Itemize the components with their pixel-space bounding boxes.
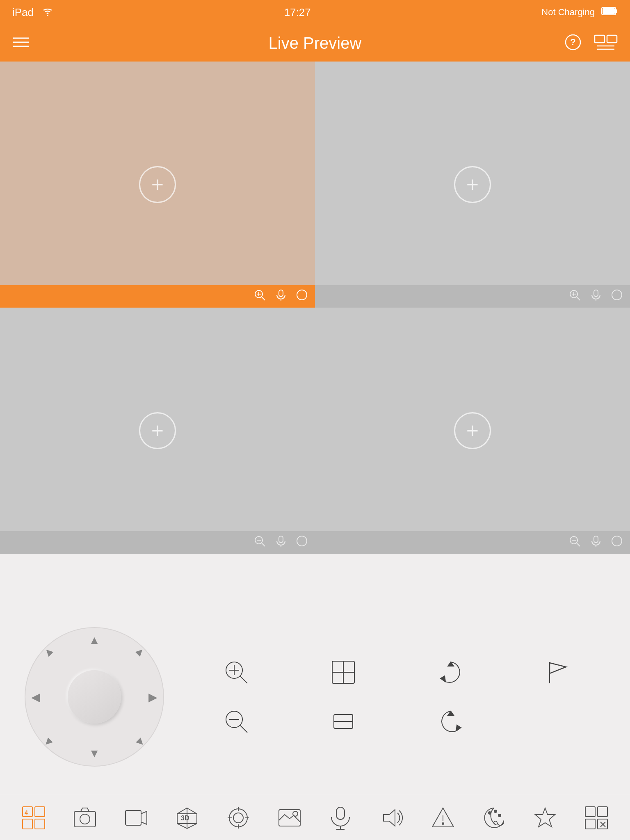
svg-point-68: [293, 811, 298, 816]
sound-button[interactable]: [375, 801, 408, 834]
focus-button[interactable]: [222, 801, 255, 834]
bottom-toolbar: 4 3D: [0, 795, 630, 840]
arrow-down[interactable]: ▼: [89, 747, 100, 760]
camera-toolbar-2: [315, 285, 630, 308]
video-button[interactable]: [120, 801, 153, 834]
battery-icon: [601, 7, 618, 18]
svg-point-73: [442, 823, 444, 824]
arrow-right[interactable]: ▶: [148, 690, 158, 704]
mic-icon-4[interactable]: [590, 535, 602, 550]
zoom-icon-4[interactable]: [568, 535, 581, 550]
svg-rect-30: [279, 536, 283, 543]
nav-left: [12, 36, 30, 50]
status-bar: iPad 17:27 Not Charging: [0, 0, 630, 25]
arrow-bottomright[interactable]: ▼: [132, 733, 149, 751]
alert-button[interactable]: [427, 801, 459, 834]
svg-rect-69: [336, 807, 345, 819]
zoom-icon-1[interactable]: [253, 289, 266, 304]
arrow-topleft[interactable]: ▲: [40, 643, 57, 660]
joystick-outer[interactable]: ▲ ▼ ◀ ▶ ▲ ▲ ▼ ▼: [25, 627, 164, 767]
grid-4-button[interactable]: 4: [17, 801, 50, 834]
svg-text:?: ?: [570, 37, 575, 47]
svg-point-0: [47, 15, 48, 16]
camera-button[interactable]: [68, 801, 101, 834]
add-camera-3[interactable]: +: [139, 412, 176, 449]
svg-rect-57: [74, 811, 96, 827]
camera-grid: +: [0, 62, 630, 554]
3d-button[interactable]: 3D: [171, 801, 203, 834]
camera-cell-2[interactable]: +: [315, 62, 630, 308]
svg-rect-17: [279, 290, 283, 297]
record-icon-3[interactable]: [296, 535, 308, 550]
microphone-button[interactable]: [324, 801, 357, 834]
svg-text:4: 4: [25, 809, 28, 816]
svg-text:3D: 3D: [181, 815, 189, 822]
camera-toolbar-1: [0, 285, 315, 308]
camera-cell-4[interactable]: +: [315, 308, 630, 554]
record-icon-1[interactable]: [296, 289, 308, 304]
add-camera-4[interactable]: +: [454, 412, 491, 449]
svg-line-21: [577, 297, 580, 300]
add-camera-2[interactable]: +: [454, 166, 491, 203]
star-button[interactable]: [529, 801, 562, 834]
svg-rect-24: [594, 290, 598, 297]
device-label: iPad: [12, 6, 34, 19]
svg-rect-36: [594, 536, 598, 543]
svg-line-28: [262, 543, 265, 546]
palette-button[interactable]: [477, 801, 510, 834]
reduce-screen-button[interactable]: [327, 705, 360, 738]
joystick-knob[interactable]: [68, 670, 121, 724]
nav-title: Live Preview: [269, 34, 362, 52]
control-icons: [189, 656, 605, 738]
svg-point-75: [494, 810, 497, 813]
record-icon-4[interactable]: [611, 535, 623, 550]
arrow-up[interactable]: ▲: [89, 634, 100, 647]
menu-icon[interactable]: [12, 36, 30, 50]
status-right: Not Charging: [541, 7, 618, 18]
camera-cell-1[interactable]: +: [0, 62, 315, 308]
svg-rect-53: [35, 807, 45, 817]
status-left: iPad: [12, 6, 53, 19]
battery-label: Not Charging: [541, 7, 595, 18]
mic-icon-2[interactable]: [590, 289, 602, 304]
svg-marker-77: [535, 808, 555, 827]
svg-point-74: [488, 812, 491, 814]
grid-remove-button[interactable]: [580, 801, 613, 834]
image-button[interactable]: [273, 801, 306, 834]
mic-icon-1[interactable]: [275, 289, 287, 304]
svg-rect-55: [35, 819, 45, 829]
status-time: 17:27: [284, 6, 311, 19]
mic-icon-3[interactable]: [275, 535, 287, 550]
svg-line-14: [262, 297, 265, 300]
svg-point-26: [612, 290, 622, 300]
fit-screen-button[interactable]: [327, 656, 360, 689]
record-icon-2[interactable]: [611, 289, 623, 304]
rotate-cw-button[interactable]: [434, 656, 467, 689]
svg-rect-79: [598, 807, 607, 817]
arrow-left[interactable]: ◀: [31, 690, 40, 704]
svg-point-61: [229, 809, 247, 827]
svg-rect-59: [126, 810, 141, 825]
add-camera-1[interactable]: +: [139, 166, 176, 203]
svg-line-40: [240, 676, 247, 683]
rotate-ccw-button[interactable]: [434, 705, 467, 738]
zoom-icon-2[interactable]: [568, 289, 581, 304]
svg-rect-9: [595, 35, 605, 43]
svg-rect-78: [585, 807, 595, 817]
joystick-container[interactable]: ▲ ▼ ◀ ▶ ▲ ▲ ▼ ▼: [25, 627, 164, 767]
arrow-topright[interactable]: ▲: [132, 643, 149, 660]
flag-button[interactable]: [541, 656, 574, 689]
camera-list-icon[interactable]: [594, 34, 618, 52]
svg-rect-2: [616, 9, 617, 13]
svg-point-38: [612, 536, 622, 546]
camera-cell-3[interactable]: +: [0, 308, 315, 554]
arrow-bottomleft[interactable]: ▼: [40, 733, 57, 751]
zoom-out-button[interactable]: [220, 705, 253, 738]
nav-bar: Live Preview ?: [0, 25, 630, 62]
help-icon[interactable]: ?: [564, 34, 582, 52]
svg-rect-10: [607, 35, 617, 43]
wifi-icon: [42, 6, 53, 19]
zoom-icon-3[interactable]: [253, 535, 266, 550]
svg-point-76: [498, 814, 501, 817]
zoom-in-button[interactable]: [220, 656, 253, 689]
